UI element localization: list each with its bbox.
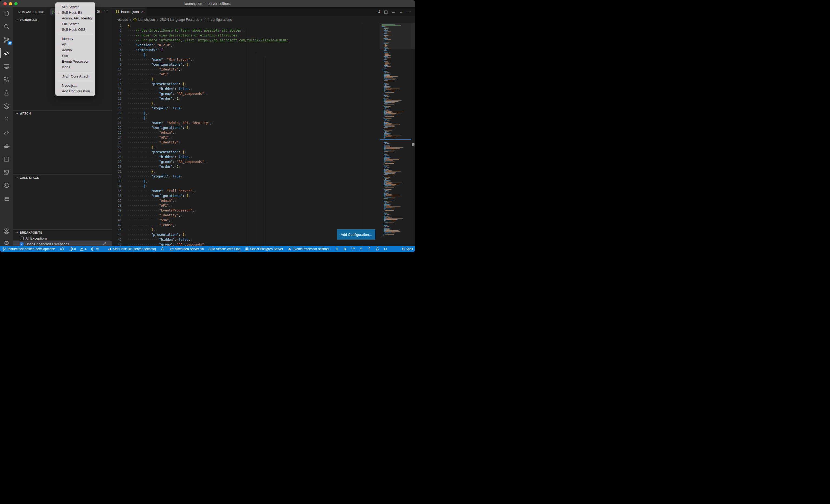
more-actions-icon[interactable]: ⋯ [407, 9, 411, 14]
activity-item-postgresql-icon[interactable] [0, 179, 13, 192]
status-postgres-server[interactable]: Select Postgres Server [245, 247, 283, 251]
line-number[interactable]: 9 [113, 62, 122, 67]
line-number[interactable]: 13 [113, 81, 122, 87]
menu-item-self-host-oss[interactable]: Self Host: OSS [55, 27, 95, 32]
debug-more-actions-icon[interactable]: ⋯ [104, 8, 108, 13]
menu-item-eventsprocessor[interactable]: EventsProcessor [55, 59, 95, 64]
debug-restart-icon[interactable] [375, 247, 379, 251]
line-number[interactable]: 11 [113, 72, 122, 77]
line-number[interactable]: 28 [113, 155, 122, 159]
menu-item-icons[interactable]: Icons [55, 64, 95, 70]
activity-item-explorer-icon[interactable] [0, 7, 13, 20]
maximize-window-button[interactable] [14, 2, 18, 5]
line-number[interactable]: 15 [113, 91, 122, 96]
status-git-branch[interactable]: feature/self-hosted-development* [3, 247, 55, 251]
line-number[interactable]: 24 [113, 135, 122, 140]
line-number[interactable]: 32 [113, 174, 122, 179]
status-spell-checker[interactable]: ⚙Spell [402, 247, 413, 251]
line-number[interactable]: 42 [113, 223, 122, 227]
line-number[interactable]: 23 [113, 130, 122, 135]
checkbox-unchecked[interactable] [20, 237, 24, 240]
status-events-processor-profile[interactable]: EventsProcessor-selfhost [288, 247, 329, 251]
line-number[interactable]: 5 [113, 43, 122, 47]
debug-pause-icon[interactable] [335, 247, 339, 251]
activity-item-gitlens-icon[interactable] [0, 100, 13, 112]
breadcrumb-item-json-language-features[interactable]: JSON Language Features [160, 18, 199, 22]
editor-scrollbar[interactable] [411, 23, 415, 246]
line-number[interactable]: 14 [113, 87, 122, 91]
menu-item-api[interactable]: API [55, 42, 95, 47]
activity-item-docker-icon[interactable] [0, 139, 13, 152]
line-number[interactable]: 31 [113, 169, 122, 174]
breadcrumb-item-vscode[interactable]: .vscode [117, 18, 128, 22]
activity-item-terminal-powershell-icon[interactable] [0, 166, 13, 178]
line-number-gutter[interactable]: 1234567891011121314151617181920212223242… [113, 23, 122, 246]
line-number[interactable]: 17 [113, 101, 122, 106]
breadcrumb-item-configurations[interactable]: [ ]configurations [204, 18, 232, 22]
debug-step-out-icon[interactable] [367, 247, 371, 251]
status-publish-changes[interactable] [60, 247, 65, 251]
minimap[interactable] [380, 23, 411, 246]
go-forward-icon[interactable]: → [399, 9, 403, 14]
menu-item-min-server[interactable]: Min Server [55, 4, 95, 10]
status-solution[interactable]: bitwarden-server.sln [170, 247, 204, 251]
code-editor[interactable]: 1234567891011121314151617181920212223242… [113, 23, 415, 246]
menu-item-admin[interactable]: Admin [55, 47, 95, 53]
menu-item-net-core-attach[interactable]: .NET Core Attach [55, 73, 95, 79]
checkbox-checked[interactable]: ✓ [20, 242, 24, 246]
line-number[interactable]: 8 [113, 57, 122, 62]
debug-step-into-icon[interactable] [359, 247, 363, 251]
line-number[interactable]: 40 [113, 213, 122, 218]
debug-continue-icon[interactable] [343, 247, 347, 251]
minimize-window-button[interactable] [9, 2, 12, 5]
line-number[interactable]: 30 [113, 164, 122, 169]
status-debug-configuration[interactable]: Self Host: Bit (server-selfhost) [108, 247, 156, 251]
line-number[interactable]: 4 [113, 38, 122, 43]
status-problems[interactable]: 0475 [69, 247, 103, 251]
line-number[interactable]: 33 [113, 179, 122, 184]
menu-item-add-configuration[interactable]: Add Configuration... [55, 88, 95, 94]
line-number[interactable]: 10 [113, 67, 122, 72]
add-configuration-button[interactable]: Add Configuration... [337, 229, 375, 240]
status-auto-attach[interactable]: Auto Attach: With Flag [208, 247, 241, 251]
edit-breakpoint-icon[interactable]: ✎ [103, 241, 106, 246]
line-number[interactable]: 21 [113, 121, 122, 125]
line-number[interactable]: 35 [113, 189, 122, 193]
line-number[interactable]: 45 [113, 237, 122, 242]
line-number[interactable]: 43 [113, 227, 122, 232]
menu-item-sso[interactable]: Sso [55, 53, 95, 59]
line-number[interactable]: 20 [113, 115, 122, 121]
activity-item-search-icon[interactable] [0, 20, 13, 33]
tab-launch-json[interactable]: {} launch.json × [113, 7, 147, 16]
line-number[interactable]: 39 [113, 208, 122, 213]
debug-stop-icon[interactable] [383, 247, 387, 251]
line-number[interactable]: 22 [113, 125, 122, 130]
activity-item-run-and-debug-icon[interactable] [0, 47, 13, 59]
menu-item-node-js[interactable]: Node.js... [55, 82, 95, 88]
activity-item-backup-sync-icon[interactable] [0, 153, 13, 165]
line-number[interactable]: 44 [113, 232, 122, 237]
menu-item-identity[interactable]: Identity [55, 36, 95, 42]
line-number[interactable]: 46 [113, 242, 122, 246]
go-back-icon[interactable]: ← [391, 9, 395, 14]
breadcrumb-item-launch-json[interactable]: {}launch.json [133, 18, 155, 22]
line-number[interactable]: 7 [113, 53, 122, 57]
line-number[interactable]: 29 [113, 159, 122, 164]
line-number[interactable]: 19 [113, 111, 122, 115]
menu-item-full-server[interactable]: Full Server [55, 21, 95, 27]
line-number[interactable]: 2 [113, 28, 122, 33]
call-stack-section-header[interactable]: CALL STACK [13, 175, 112, 181]
close-window-button[interactable] [3, 2, 7, 5]
line-number[interactable]: 6 [113, 47, 122, 53]
activity-item-window-panels-icon[interactable] [0, 192, 13, 205]
activity-item-live-share-icon[interactable] [0, 126, 13, 139]
line-number[interactable]: 3 [113, 33, 122, 38]
activity-item-braces-extension-icon[interactable] [0, 113, 13, 126]
line-number[interactable]: 16 [113, 96, 122, 101]
line-number[interactable]: 12 [113, 77, 122, 81]
menu-item-admin-api-identity[interactable]: Admin, API, Identity [55, 15, 95, 21]
menu-item-self-host-bit[interactable]: ✓Self Host: Bit [55, 10, 95, 15]
activity-item-extensions-icon[interactable] [0, 73, 13, 86]
watch-section-header[interactable]: WATCH [13, 110, 112, 116]
activity-item-testing-icon[interactable] [0, 87, 13, 99]
